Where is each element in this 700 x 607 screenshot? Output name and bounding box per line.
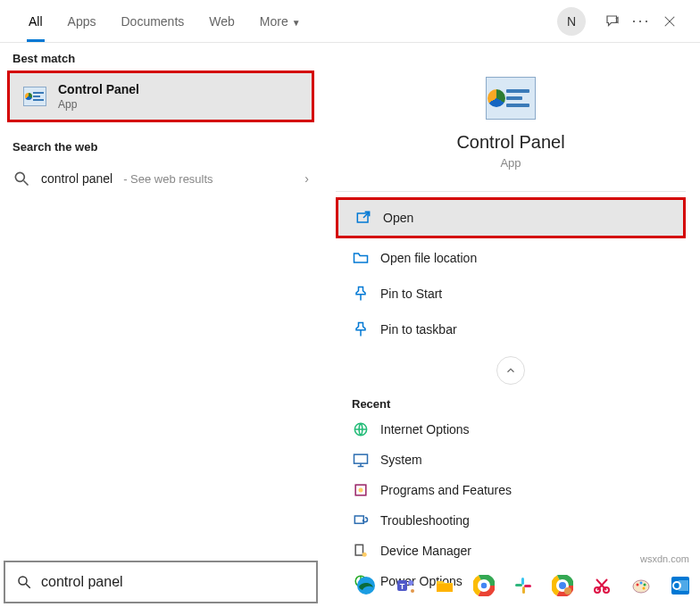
tab-web[interactable]: Web: [196, 2, 247, 41]
action-open[interactable]: Open: [336, 197, 686, 238]
taskbar: T: [350, 570, 696, 602]
web-search-result[interactable]: control panel - See web results ›: [0, 159, 321, 198]
action-open-file-location-label: Open file location: [380, 251, 477, 265]
watermark: wsxdn.com: [640, 553, 689, 564]
svg-line-19: [26, 584, 30, 588]
action-pin-to-taskbar-label: Pin to taskbar: [380, 322, 457, 337]
search-input[interactable]: [41, 574, 305, 590]
svg-text:T: T: [400, 582, 405, 591]
svg-point-41: [564, 587, 571, 595]
svg-point-50: [643, 587, 646, 590]
search-web-header: Search the web: [0, 131, 321, 159]
recent-label: Internet Options: [380, 422, 470, 437]
taskbar-chrome[interactable]: [468, 570, 500, 602]
feedback-icon[interactable]: [598, 7, 627, 36]
svg-point-49: [644, 584, 646, 586]
device-icon: [352, 542, 370, 560]
svg-line-3: [24, 181, 29, 186]
details-title: Control Panel: [346, 132, 675, 153]
pin-start-icon: [352, 285, 370, 303]
search-tabs: All Apps Documents Web More▼ N ···: [0, 0, 700, 43]
control-panel-icon: [22, 84, 47, 109]
svg-rect-35: [524, 585, 531, 587]
control-panel-large-icon: [486, 77, 536, 120]
svg-point-24: [411, 589, 414, 593]
more-options-icon[interactable]: ···: [627, 7, 655, 36]
search-icon: [16, 574, 32, 590]
taskbar-edge[interactable]: [350, 570, 382, 602]
tab-apps[interactable]: Apps: [55, 2, 109, 41]
taskbar-explorer[interactable]: [429, 570, 461, 602]
best-match-subtitle: App: [58, 98, 139, 111]
taskbar-slack[interactable]: [507, 570, 539, 602]
close-icon[interactable]: [655, 7, 684, 36]
action-pin-to-start-label: Pin to Start: [380, 287, 442, 301]
action-open-file-location[interactable]: Open file location: [336, 240, 686, 276]
tab-more-label: More: [260, 14, 288, 29]
recent-programs-features[interactable]: Programs and Features: [321, 475, 700, 505]
results-panel: Best match Control Panel App Search the …: [0, 43, 321, 557]
svg-point-47: [637, 584, 639, 586]
svg-rect-33: [515, 584, 522, 586]
divider: [336, 191, 686, 192]
svg-rect-32: [521, 578, 524, 585]
svg-rect-8: [354, 454, 368, 463]
best-match-text: Control Panel App: [58, 82, 139, 111]
action-pin-to-start[interactable]: Pin to Start: [336, 276, 686, 312]
recent-system[interactable]: System: [321, 445, 700, 475]
svg-point-2: [15, 172, 24, 181]
svg-point-48: [640, 582, 643, 585]
action-pin-to-taskbar[interactable]: Pin to taskbar: [336, 312, 686, 347]
svg-point-12: [359, 488, 363, 493]
tab-documents[interactable]: Documents: [108, 2, 196, 41]
svg-point-18: [19, 577, 27, 585]
svg-rect-13: [354, 516, 363, 523]
recent-label: Device Manager: [380, 544, 471, 558]
open-icon: [354, 209, 372, 227]
web-query-text: control panel: [41, 171, 112, 186]
svg-rect-14: [355, 545, 362, 555]
tab-all[interactable]: All: [16, 2, 55, 41]
globe-icon: [352, 420, 370, 438]
taskbar-teams[interactable]: T: [389, 570, 421, 602]
svg-rect-34: [522, 586, 525, 594]
best-match-result[interactable]: Control Panel App: [7, 71, 314, 122]
web-query-hint: - See web results: [123, 172, 212, 186]
svg-rect-25: [437, 584, 453, 592]
pin-taskbar-icon: [352, 320, 370, 338]
monitor-icon: [352, 451, 370, 469]
recent-label: Troubleshooting: [380, 513, 470, 528]
taskbar-paint[interactable]: [625, 570, 657, 602]
details-subtitle: App: [346, 156, 675, 170]
box-icon: [352, 481, 370, 499]
recent-label: Programs and Features: [380, 483, 512, 497]
taskbar-snip[interactable]: [586, 570, 618, 602]
details-panel: Control Panel App Open Open file locatio…: [321, 43, 700, 557]
recent-troubleshooting[interactable]: Troubleshooting: [321, 505, 700, 536]
chevron-right-icon: ›: [304, 171, 309, 186]
user-avatar[interactable]: N: [557, 7, 586, 36]
recent-header: Recent: [321, 390, 700, 414]
taskbar-chrome-alt[interactable]: [546, 570, 579, 602]
action-open-label: Open: [383, 211, 413, 225]
recent-label: System: [380, 453, 422, 467]
search-icon: [12, 170, 30, 187]
recent-internet-options[interactable]: Internet Options: [321, 414, 700, 445]
taskbar-outlook[interactable]: [664, 570, 696, 602]
search-bar[interactable]: [4, 561, 318, 603]
best-match-header: Best match: [0, 43, 321, 71]
svg-point-23: [408, 580, 413, 586]
tab-more[interactable]: More▼: [247, 2, 313, 41]
expand-toggle[interactable]: [496, 356, 525, 385]
svg-point-40: [559, 582, 566, 589]
svg-point-15: [362, 553, 367, 557]
wrench-icon: [352, 511, 370, 529]
best-match-title: Control Panel: [58, 82, 139, 96]
chevron-down-icon: ▼: [292, 18, 301, 28]
folder-icon: [352, 249, 370, 267]
